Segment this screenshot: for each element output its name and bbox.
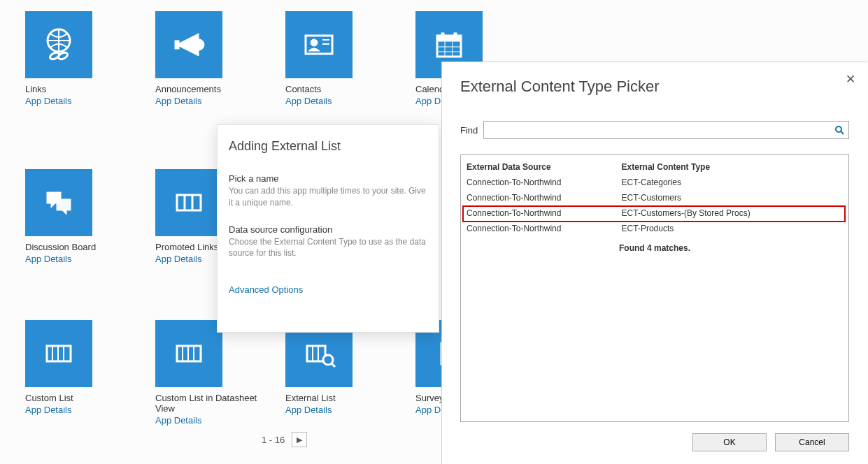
ok-button[interactable]: OK — [692, 433, 767, 451]
app-details-link[interactable]: App Details — [285, 96, 353, 106]
col-external-content-type: External Content Type — [616, 159, 848, 175]
app-details-link[interactable]: App Details — [285, 405, 353, 415]
app-custom-list-datasheet[interactable]: Custom List in Datasheet View App Detail… — [155, 320, 267, 426]
links-icon — [25, 11, 92, 78]
adding-external-list-panel: Adding External List Pick a name You can… — [217, 124, 439, 333]
svg-point-37 — [836, 126, 841, 132]
match-count: Found 4 matches. — [461, 236, 848, 253]
svg-point-33 — [323, 355, 333, 365]
app-promoted-links[interactable]: Promoted Links App Details — [155, 169, 222, 264]
find-input[interactable] — [484, 122, 830, 138]
svg-point-6 — [311, 39, 318, 46]
app-details-link[interactable]: App Details — [25, 96, 92, 106]
svg-point-3 — [193, 39, 204, 50]
svg-line-38 — [841, 131, 844, 134]
app-custom-list[interactable]: Custom List App Details — [25, 320, 92, 426]
section-label: Pick a name — [229, 173, 427, 184]
svg-rect-18 — [57, 199, 71, 210]
cell-source: Connection-To-Northwind — [461, 175, 616, 190]
app-title: Custom List in Datasheet View — [155, 393, 267, 414]
cell-type: ECT-Customers-(By Stored Procs) — [616, 205, 848, 221]
external-content-type-picker-dialog: ✕ External Content Type Picker Find Exte… — [441, 61, 867, 464]
table-row[interactable]: Connection-To-Northwind ECT-Products — [461, 221, 848, 236]
advanced-options-link[interactable]: Advanced Options — [229, 284, 427, 295]
dialog-buttons: OK Cancel — [460, 433, 849, 451]
app-title: Contacts — [285, 84, 353, 94]
section-description: You can add this app multiple times to y… — [229, 185, 427, 209]
table-row[interactable]: Connection-To-Northwind ECT-Categories — [461, 175, 848, 190]
search-icon[interactable] — [830, 122, 848, 138]
app-links[interactable]: Links App Details — [25, 11, 92, 106]
app-title: Announcements — [155, 84, 222, 94]
discussion-icon — [25, 169, 92, 236]
app-title: Promoted Links — [155, 242, 222, 252]
app-details-link[interactable]: App Details — [25, 405, 92, 415]
cell-type: ECT-Products — [616, 221, 848, 236]
pagination: 1 - 16 ▶ — [262, 432, 307, 447]
app-details-link[interactable]: App Details — [155, 96, 222, 106]
grid-icon — [25, 320, 92, 387]
pick-name-section: Pick a name You can add this app multipl… — [229, 173, 427, 209]
pagination-label: 1 - 16 — [262, 435, 285, 445]
svg-rect-12 — [454, 33, 457, 38]
table-row[interactable]: Connection-To-Northwind ECT-Customers — [461, 190, 848, 205]
section-description: Choose the External Content Type to use … — [229, 236, 427, 260]
find-label: Find — [460, 125, 478, 136]
find-row: Find — [460, 121, 849, 139]
find-box — [483, 121, 849, 139]
cell-source: Connection-To-Northwind — [461, 190, 616, 205]
results-list: External Data Source External Content Ty… — [460, 154, 849, 422]
app-announcements[interactable]: Announcements App Details — [155, 11, 222, 106]
svg-rect-4 — [175, 41, 179, 49]
app-title: Discussion Board — [25, 242, 92, 252]
app-details-link[interactable]: App Details — [155, 415, 267, 426]
table-row[interactable]: Connection-To-Northwind ECT-Customers-(B… — [461, 205, 848, 221]
cell-type: ECT-Categories — [616, 175, 848, 190]
cell-type: ECT-Customers — [616, 190, 848, 205]
app-details-link[interactable]: App Details — [25, 254, 92, 264]
app-details-link[interactable]: App Details — [155, 254, 222, 264]
app-external-list[interactable]: External List App Details — [285, 320, 353, 426]
app-contacts[interactable]: Contacts App Details — [285, 11, 353, 106]
col-external-data-source: External Data Source — [461, 159, 616, 175]
svg-rect-11 — [441, 33, 444, 38]
megaphone-icon — [155, 11, 222, 78]
panel-title: Adding External List — [229, 139, 427, 154]
dialog-title: External Content Type Picker — [460, 78, 849, 96]
svg-rect-10 — [437, 36, 461, 41]
cancel-button[interactable]: Cancel — [775, 433, 849, 451]
app-discussion-board[interactable]: Discussion Board App Details — [25, 169, 92, 264]
svg-line-34 — [332, 363, 335, 367]
contact-card-icon — [285, 11, 353, 78]
close-button[interactable]: ✕ — [844, 72, 858, 87]
data-source-section: Data source configuration Choose the Ext… — [229, 224, 427, 260]
tiles-icon — [155, 169, 222, 236]
cell-source: Connection-To-Northwind — [461, 205, 616, 221]
app-title: External List — [285, 393, 353, 403]
section-label: Data source configuration — [229, 224, 427, 235]
svg-rect-19 — [177, 195, 201, 210]
cell-source: Connection-To-Northwind — [461, 221, 616, 236]
app-title: Custom List — [25, 393, 92, 403]
table-header-row: External Data Source External Content Ty… — [461, 159, 848, 175]
next-page-button[interactable]: ▶ — [292, 432, 307, 447]
grid-icon — [155, 320, 222, 387]
app-title: Links — [25, 84, 92, 94]
